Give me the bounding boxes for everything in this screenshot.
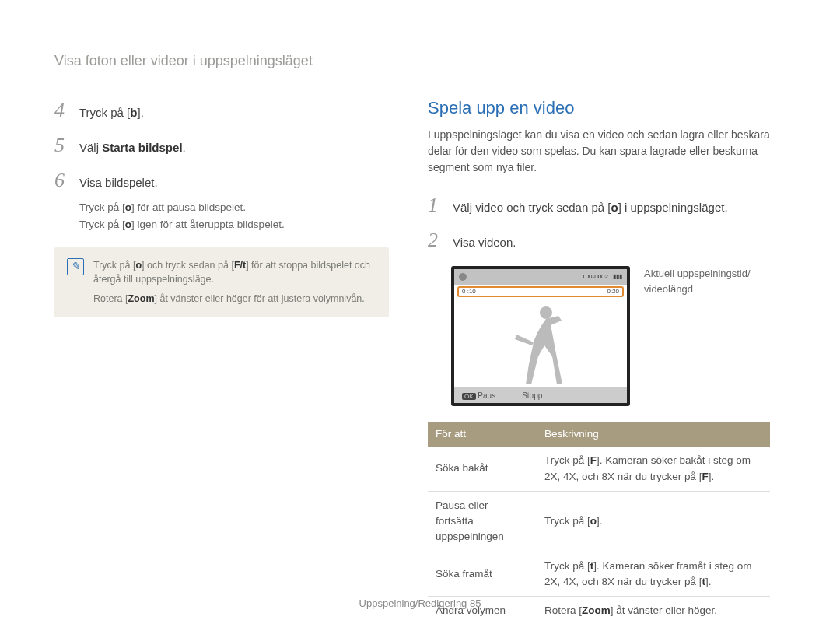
page-footer: Uppspelning/Redigering 85 <box>0 596 840 611</box>
screen-botbar: OK Paus Stopp <box>454 387 627 403</box>
paus-label: Paus <box>478 391 495 400</box>
left-column: 4 Tryck på [b]. 5 Välj Starta bildspel. … <box>54 95 389 625</box>
info-icon: ✎ <box>67 258 84 275</box>
table-row: Söka framåt Tryck på [t]. Kameran söker … <box>428 552 770 597</box>
file-counter: 100-0002 <box>582 272 608 282</box>
step-num-2: 2 <box>428 225 443 255</box>
r3c2: Tryck på [t]. Kameran söker framåt i ste… <box>537 552 770 597</box>
r2c1: Pausa eller fortsätta uppspelningen <box>428 491 537 552</box>
th-description: Beskrivning <box>537 422 770 447</box>
table-row: Söka bakåt Tryck på [F]. Kameran söker b… <box>428 447 770 491</box>
r1c1: Söka bakåt <box>428 447 537 491</box>
step-num-4: 4 <box>54 95 70 125</box>
step-num-6: 6 <box>54 165 70 195</box>
th-action: För att <box>428 422 537 447</box>
right-column: Spela upp en video I uppspelningsläget k… <box>428 95 770 625</box>
r2c2: Tryck på [o]. <box>537 491 770 552</box>
step-num-5: 5 <box>54 130 70 160</box>
screen-topbar: 100-0002 ▮▮▮ <box>454 269 627 285</box>
step-2-text: Visa videon. <box>453 234 516 252</box>
time-current: 0 :10 <box>462 287 476 296</box>
intro-paragraph: I uppspelningsläget kan du visa en video… <box>428 127 770 176</box>
dancer-figure <box>454 297 627 387</box>
callout-text: Aktuell uppspelningstid/ videolängd <box>644 266 751 296</box>
table-row: Pausa eller fortsätta uppspelningen Tryc… <box>428 491 770 552</box>
info-line-2: Rotera [Zoom] åt vänster eller höger för… <box>93 292 376 306</box>
step-4-text: Tryck på [b]. <box>79 104 144 122</box>
battery-icon: ▮▮▮ <box>613 272 622 282</box>
stopp-label: Stopp <box>522 390 542 401</box>
breadcrumb: Visa foton eller videor i uppspelningslä… <box>54 51 770 72</box>
step-1-text: Välj video och tryck sedan på [o] i upps… <box>453 199 728 217</box>
time-total: 0:20 <box>607 287 619 296</box>
r3c1: Söka framåt <box>428 552 537 597</box>
subnote-1: Tryck på [o] för att pausa bildspelet. <box>79 200 389 215</box>
subnote-2: Tryck på [o] igen för att återuppta bild… <box>79 217 389 233</box>
step-5-text: Välj Starta bildspel. <box>79 139 186 157</box>
r1c2: Tryck på [F]. Kameran söker bakåt i steg… <box>537 447 770 491</box>
step-num-1: 1 <box>428 190 443 220</box>
step-6-text: Visa bildspelet. <box>79 174 158 192</box>
video-screen-mockup: 100-0002 ▮▮▮ 0 :10 0:20 OK Paus Stopp <box>451 266 630 406</box>
progress-bar: 0 :10 0:20 <box>457 286 624 297</box>
section-heading: Spela upp en video <box>428 95 770 121</box>
info-line-1: Tryck på [o] och tryck sedan på [F/t] fö… <box>93 258 376 288</box>
svg-point-0 <box>540 306 552 319</box>
ok-badge: OK <box>462 393 476 400</box>
info-box: ✎ Tryck på [o] och tryck sedan på [F/t] … <box>54 247 389 317</box>
